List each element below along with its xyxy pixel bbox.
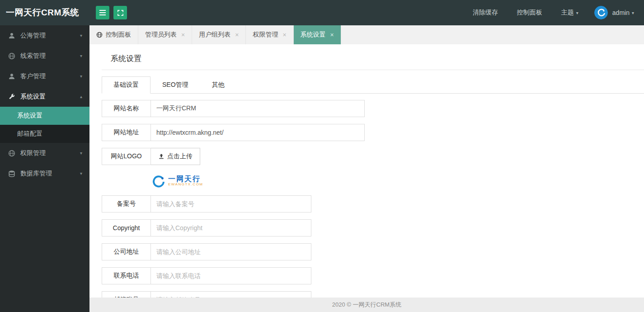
field-label: 公司地址 (102, 243, 151, 260)
sidebar-item-customers[interactable]: 客户管理 ▾ (0, 66, 89, 86)
chevron-down-icon: ▾ (80, 151, 82, 156)
tab-system-settings[interactable]: 系统设置 × (294, 25, 341, 44)
company-address-input[interactable] (151, 243, 311, 260)
brand-text: 一网天行 EWANGTX.COM (168, 175, 203, 187)
username: admin (612, 9, 630, 16)
settings-subtabs: 基础设置 SEO管理 其他 (102, 76, 644, 94)
hamburger-icon (99, 10, 106, 15)
copyright-input[interactable] (151, 219, 311, 236)
sidebar-subitem-mail-config[interactable]: 邮箱配置 (0, 125, 89, 143)
upload-button-label: 点击上传 (167, 152, 193, 161)
chevron-down-icon: ▾ (576, 10, 578, 15)
tab-seo-settings[interactable]: SEO管理 (150, 76, 200, 94)
sidebar-item-leads[interactable]: 线索管理 ▾ (0, 46, 89, 66)
tab-dashboard[interactable]: 控制面板 (89, 25, 138, 44)
icp-number-input[interactable] (151, 195, 311, 213)
sidebar-item-public-sea[interactable]: 公海管理 ▾ (0, 25, 89, 46)
globe-icon (96, 32, 103, 38)
tab-label: 用户组列表 (199, 31, 230, 39)
site-name-input[interactable] (151, 100, 365, 117)
sidebar-item-system-settings[interactable]: 系统设置 ▴ (0, 86, 89, 107)
user-icon (8, 32, 15, 39)
sidebar: 公海管理 ▾ 线索管理 ▾ 客户管理 ▾ 系统设置 ▴ 系统设置 邮箱配置 权限… (0, 25, 89, 312)
field-label: 联系电话 (102, 267, 151, 284)
form-row-copyright: Copyright (102, 219, 644, 236)
chevron-down-icon: ▾ (80, 74, 82, 79)
field-label: 网站地址 (102, 124, 151, 141)
control-panel-link[interactable]: 控制面板 (508, 0, 552, 25)
tab-label: 管理员列表 (145, 31, 177, 39)
main-area: 控制面板 管理员列表 × 用户组列表 × 权限管理 × 系统设置 × 系统设置 … (89, 25, 644, 312)
close-icon[interactable]: × (181, 32, 185, 38)
open-tabs-bar: 控制面板 管理员列表 × 用户组列表 × 权限管理 × 系统设置 × (89, 25, 644, 44)
globe-icon (8, 150, 15, 157)
user-icon (8, 73, 15, 80)
page-title: 系统设置 (111, 53, 644, 64)
theme-menu[interactable]: 主题 ▾ (552, 0, 588, 25)
form-row-email-account: 邮箱账号 (102, 291, 644, 298)
sidebar-subitem-system-settings[interactable]: 系统设置 (0, 107, 89, 125)
form-row-company-address: 公司地址 (102, 243, 644, 260)
field-label: 邮箱账号 (102, 291, 151, 298)
tab-other-settings[interactable]: 其他 (200, 76, 236, 94)
avatar[interactable] (594, 6, 608, 19)
tab-label: 控制面板 (106, 31, 131, 39)
close-icon[interactable]: × (282, 32, 286, 38)
chevron-down-icon: ▾ (80, 33, 82, 38)
page-footer: 2020 © 一网天行CRM系统 (89, 298, 644, 312)
tab-label: 权限管理 (253, 31, 278, 39)
globe-icon (8, 52, 15, 60)
form-row-icp: 备案号 (102, 195, 644, 213)
app-logo: 一网天行CRM系统 (0, 7, 89, 19)
sidebar-subitem-label: 邮箱配置 (17, 130, 42, 138)
form-row-contact-phone: 联系电话 (102, 267, 644, 284)
tab-admin-list[interactable]: 管理员列表 × (138, 25, 192, 44)
site-url-input[interactable] (151, 124, 365, 141)
footer-text: 2020 © 一网天行CRM系统 (332, 301, 401, 309)
form-row-site-logo: 网站LOGO 点击上传 (102, 148, 644, 165)
chevron-down-icon: ▾ (80, 171, 82, 176)
sidebar-item-label: 系统设置 (20, 93, 46, 101)
form-row-site-name: 网站名称 (102, 100, 644, 117)
chevron-down-icon: ▾ (632, 10, 634, 15)
page-content: 系统设置 基础设置 SEO管理 其他 网站名称 网站地址 网站LOGO (89, 44, 644, 298)
tab-label: 系统设置 (301, 31, 326, 39)
upload-button[interactable]: 点击上传 (151, 148, 200, 165)
database-icon (8, 170, 15, 177)
header-actions: 清除缓存 控制面板 主题 ▾ admin ▾ (463, 0, 644, 25)
user-menu[interactable]: admin ▾ (608, 0, 644, 25)
field-label: Copyright (102, 219, 151, 236)
tab-basic-settings[interactable]: 基础设置 (102, 76, 150, 94)
sidebar-item-label: 公海管理 (20, 32, 46, 40)
brand-name-en: EWANGTX.COM (168, 183, 203, 187)
wrench-icon (8, 93, 15, 100)
sidebar-toggle-button[interactable] (96, 6, 109, 19)
sidebar-subitem-label: 系统设置 (17, 112, 42, 120)
tab-user-group-list[interactable]: 用户组列表 × (192, 25, 246, 44)
field-label: 网站LOGO (102, 148, 151, 165)
fullscreen-icon (117, 9, 124, 16)
clear-cache-link[interactable]: 清除缓存 (463, 0, 508, 25)
sidebar-item-label: 客户管理 (20, 72, 46, 80)
form-row-site-url: 网站地址 (102, 124, 644, 141)
tab-permissions[interactable]: 权限管理 × (246, 25, 293, 44)
field-label: 网站名称 (102, 100, 151, 117)
brand-swirl-icon (151, 174, 165, 188)
field-label: 备案号 (102, 195, 151, 213)
email-account-input[interactable] (151, 291, 311, 298)
sidebar-item-label: 数据库管理 (20, 170, 52, 178)
theme-menu-label: 主题 (561, 9, 574, 17)
upload-icon (158, 153, 165, 160)
top-header: 一网天行CRM系统 清除缓存 控制面板 主题 ▾ admin ▾ (0, 0, 644, 25)
close-icon[interactable]: × (235, 32, 239, 38)
site-logo-preview: 一网天行 EWANGTX.COM (151, 172, 644, 190)
chevron-up-icon: ▴ (80, 94, 82, 99)
sidebar-item-database[interactable]: 数据库管理 ▾ (0, 163, 89, 184)
sidebar-item-permissions[interactable]: 权限管理 ▾ (0, 143, 89, 163)
chevron-down-icon: ▾ (80, 53, 82, 58)
sidebar-item-label: 权限管理 (20, 149, 46, 157)
contact-phone-input[interactable] (151, 267, 311, 284)
fullscreen-button[interactable] (113, 6, 127, 19)
sidebar-item-label: 线索管理 (20, 52, 46, 60)
close-icon[interactable]: × (330, 32, 334, 38)
